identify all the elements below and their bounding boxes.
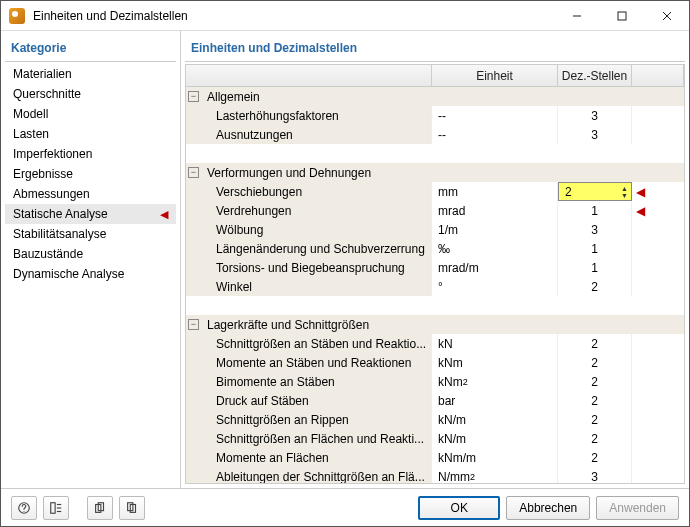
unit-cell[interactable]: ° bbox=[432, 277, 558, 296]
group-title: Allgemein bbox=[207, 90, 260, 104]
category-label: Dynamische Analyse bbox=[13, 267, 124, 281]
row-marker bbox=[632, 410, 684, 429]
setting-row: Winkel°2 bbox=[186, 277, 684, 296]
unit-cell[interactable]: kN bbox=[432, 334, 558, 353]
decimals-cell[interactable]: 2 bbox=[558, 448, 632, 467]
unit-cell[interactable]: bar bbox=[432, 391, 558, 410]
category-item[interactable]: Querschnitte bbox=[5, 84, 176, 104]
profile-list-button[interactable] bbox=[43, 496, 69, 520]
row-marker bbox=[632, 429, 684, 448]
setting-row: Schnittgrößen an RippenkN/m2 bbox=[186, 410, 684, 429]
category-label: Materialien bbox=[13, 67, 72, 81]
decimals-cell[interactable]: 1 bbox=[558, 258, 632, 277]
decimals-cell[interactable]: 1 bbox=[558, 239, 632, 258]
category-item[interactable]: Stabilitätsanalyse bbox=[5, 224, 176, 244]
decimals-cell[interactable]: 1 bbox=[558, 201, 632, 220]
group-header[interactable]: −Lagerkräfte und Schnittgrößen bbox=[186, 315, 684, 334]
row-marker bbox=[632, 372, 684, 391]
category-item[interactable]: Ergebnisse bbox=[5, 164, 176, 184]
svg-rect-6 bbox=[51, 502, 55, 513]
unit-cell[interactable]: mrad bbox=[432, 201, 558, 220]
unit-cell[interactable]: ‰ bbox=[432, 239, 558, 258]
spin-up-icon[interactable]: ▲ bbox=[620, 185, 629, 192]
close-button[interactable] bbox=[644, 1, 689, 31]
setting-row: Ableitungen der Schnittgrößen an Flä...N… bbox=[186, 467, 684, 483]
decimals-cell[interactable]: 2 bbox=[558, 277, 632, 296]
decimals-cell[interactable]: 3 bbox=[558, 125, 632, 144]
minimize-button[interactable] bbox=[554, 1, 599, 31]
category-list: MaterialienQuerschnitteModellLastenImper… bbox=[5, 64, 176, 484]
unit-cell[interactable]: kNm/m bbox=[432, 448, 558, 467]
collapse-icon[interactable]: − bbox=[188, 319, 199, 330]
category-item[interactable]: Imperfektionen bbox=[5, 144, 176, 164]
decimals-cell[interactable]: 2 bbox=[558, 353, 632, 372]
setting-name: Schnittgrößen an Rippen bbox=[186, 410, 432, 429]
unit-cell[interactable]: kNm2 bbox=[432, 372, 558, 391]
setting-row: Momente an Stäben und ReaktionenkNm2 bbox=[186, 353, 684, 372]
footer: OK Abbrechen Anwenden bbox=[1, 488, 689, 526]
setting-name: Verdrehungen bbox=[186, 201, 432, 220]
decimals-cell[interactable]: 2 bbox=[558, 372, 632, 391]
row-marker bbox=[632, 220, 684, 239]
spin-down-icon[interactable]: ▼ bbox=[620, 192, 629, 199]
paste-pages-button[interactable] bbox=[119, 496, 145, 520]
category-item[interactable]: Abmessungen bbox=[5, 184, 176, 204]
row-marker: ◀ bbox=[632, 201, 684, 220]
grid-header-name bbox=[186, 65, 432, 86]
setting-name: Längenänderung und Schubverzerrung bbox=[186, 239, 432, 258]
unit-cell[interactable]: mrad/m bbox=[432, 258, 558, 277]
row-marker bbox=[632, 334, 684, 353]
collapse-icon[interactable]: − bbox=[188, 91, 199, 102]
group-header[interactable]: −Allgemein bbox=[186, 87, 684, 106]
settings-grid: Einheit Dez.-Stellen −AllgemeinLasterhöh… bbox=[185, 64, 685, 484]
setting-row: Momente an FlächenkNm/m2 bbox=[186, 448, 684, 467]
decimals-cell[interactable]: 2 bbox=[558, 334, 632, 353]
setting-row: Wölbung1/m3 bbox=[186, 220, 684, 239]
spinner[interactable]: ▲▼ bbox=[620, 185, 629, 199]
category-label: Querschnitte bbox=[13, 87, 81, 101]
grid-body[interactable]: −AllgemeinLasterhöhungsfaktoren--3Ausnut… bbox=[186, 87, 684, 483]
unit-cell[interactable]: -- bbox=[432, 125, 558, 144]
decimals-cell[interactable]: 2 bbox=[558, 410, 632, 429]
decimals-cell[interactable]: 2 bbox=[558, 429, 632, 448]
category-item[interactable]: Bauzustände bbox=[5, 244, 176, 264]
svg-point-5 bbox=[23, 510, 24, 511]
settings-panel: Einheiten und Dezimalstellen Einheit Dez… bbox=[181, 31, 689, 488]
row-marker bbox=[632, 353, 684, 372]
apply-button[interactable]: Anwenden bbox=[596, 496, 679, 520]
cancel-button[interactable]: Abbrechen bbox=[506, 496, 590, 520]
unit-cell[interactable]: 1/m bbox=[432, 220, 558, 239]
decimals-cell[interactable]: 3 bbox=[558, 220, 632, 239]
decimals-cell[interactable]: 2 bbox=[558, 391, 632, 410]
unit-cell[interactable]: N/mm2 bbox=[432, 467, 558, 483]
unit-cell[interactable]: kN/m bbox=[432, 429, 558, 448]
copy-pages-button[interactable] bbox=[87, 496, 113, 520]
grid-header-unit[interactable]: Einheit bbox=[432, 65, 558, 86]
category-item[interactable]: Lasten bbox=[5, 124, 176, 144]
setting-name: Ableitungen der Schnittgrößen an Flä... bbox=[186, 467, 432, 483]
unit-cell[interactable]: -- bbox=[432, 106, 558, 125]
unit-cell[interactable]: kNm bbox=[432, 353, 558, 372]
group-header[interactable]: −Verformungen und Dehnungen bbox=[186, 163, 684, 182]
collapse-icon[interactable]: − bbox=[188, 167, 199, 178]
decimals-value: 2 bbox=[565, 185, 572, 199]
category-item[interactable]: Materialien bbox=[5, 64, 176, 84]
row-marker bbox=[632, 106, 684, 125]
setting-name: Verschiebungen bbox=[186, 182, 432, 201]
grid-header-dec[interactable]: Dez.-Stellen bbox=[558, 65, 632, 86]
decimals-cell[interactable]: 3 bbox=[558, 467, 632, 483]
maximize-button[interactable] bbox=[599, 1, 644, 31]
unit-cell[interactable]: mm bbox=[432, 182, 558, 201]
help-button[interactable] bbox=[11, 496, 37, 520]
ok-button[interactable]: OK bbox=[418, 496, 500, 520]
setting-row: Druck auf Stäbenbar2 bbox=[186, 391, 684, 410]
setting-name: Momente an Stäben und Reaktionen bbox=[186, 353, 432, 372]
category-label: Bauzustände bbox=[13, 247, 83, 261]
decimals-cell[interactable]: 2▲▼ bbox=[558, 182, 632, 201]
decimals-cell[interactable]: 3 bbox=[558, 106, 632, 125]
category-item[interactable]: Modell bbox=[5, 104, 176, 124]
unit-cell[interactable]: kN/m bbox=[432, 410, 558, 429]
category-item[interactable]: Statische Analyse◀ bbox=[5, 204, 176, 224]
category-item[interactable]: Dynamische Analyse bbox=[5, 264, 176, 284]
row-marker bbox=[632, 467, 684, 483]
